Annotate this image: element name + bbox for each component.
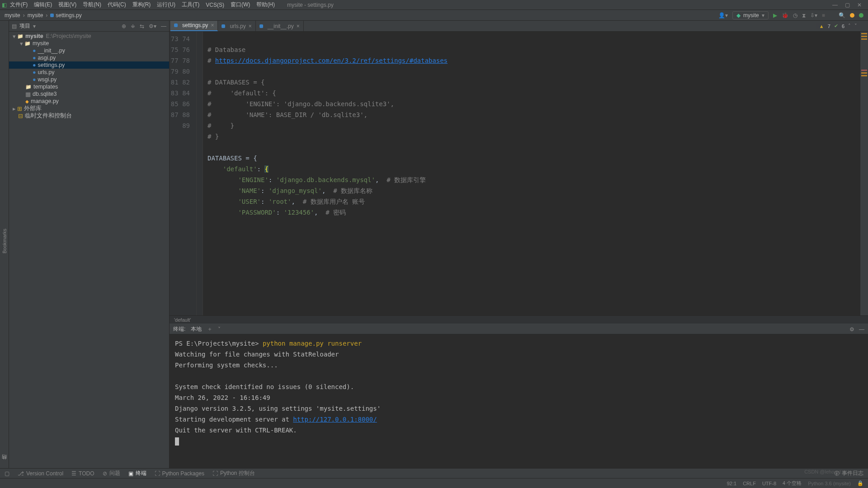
menu-run[interactable]: 运行(U) (154, 1, 179, 9)
tree-file[interactable]: asgi.py (9, 54, 169, 61)
terminal-dropdown[interactable]: ˅ (218, 326, 221, 333)
tree-file[interactable]: wsgi.py (9, 76, 169, 83)
editor-tabs: settings.py × urls.py × __init__.py × (170, 21, 868, 32)
window-title: mysite - settings.py (278, 2, 832, 8)
status-line-separator[interactable]: CRLF (743, 481, 756, 486)
ide-settings-button[interactable] (850, 13, 854, 18)
chevron-up-icon[interactable]: ˄ (848, 23, 851, 29)
terminal-output[interactable]: PS E:\Projects\mysite> python manage.py … (170, 334, 868, 468)
typo-count: 6 (842, 23, 844, 29)
status-interpreter[interactable]: Python 3.6 (mysite) (808, 481, 851, 486)
editor-breadcrumb[interactable]: 'default' (170, 315, 868, 324)
tw-terminal[interactable]: ▣ 终端 (128, 469, 146, 477)
breadcrumb: mysite mysite settings.py (5, 12, 82, 19)
tab-label: settings.py (182, 22, 208, 28)
status-caret-position[interactable]: 92:1 (727, 481, 736, 486)
menu-tools[interactable]: 工具(T) (179, 1, 203, 9)
breadcrumb-pkg[interactable]: mysite (28, 12, 43, 19)
navigation-bar: mysite mysite settings.py 👤▾ ◆ mysite ▾ … (0, 10, 868, 21)
tw-todo[interactable]: ☰ TODO (71, 470, 94, 477)
terminal-panel: 终端: 本地 ＋ ˅ ⚙ — PS E:\Projects\mysite> py… (170, 324, 868, 468)
error-stripe[interactable] (860, 32, 868, 315)
server-url-link[interactable]: http://127.0.0.1:8000/ (293, 416, 377, 423)
add-terminal-button[interactable]: ＋ (207, 325, 212, 333)
menu-vcs[interactable]: VCS(S) (203, 2, 227, 8)
terminal-cursor (175, 437, 179, 446)
chevron-down-icon[interactable]: ˅ (854, 23, 857, 29)
code-editor[interactable]: # Database # https://docs.djangoproject.… (203, 32, 860, 315)
close-tab-icon[interactable]: × (297, 23, 300, 29)
project-panel-icon: ▤ (12, 23, 17, 29)
menu-navigate[interactable]: 导航(N) (80, 1, 104, 9)
stripe-button[interactable]: ▢ (5, 470, 9, 477)
python-file-icon (50, 14, 54, 17)
tree-package[interactable]: mysite (9, 40, 169, 47)
hide-terminal-button[interactable]: — (859, 326, 864, 333)
terminal-tab-local[interactable]: 本地 (191, 325, 202, 333)
status-lock-icon[interactable]: 🔒 (857, 480, 863, 486)
tab-settings[interactable]: settings.py × (170, 21, 218, 31)
minimize-button[interactable]: — (832, 2, 838, 8)
tree-root[interactable]: mysite E:\Projects\mysite (9, 33, 169, 40)
menu-refactor[interactable]: 重构(R) (129, 1, 154, 9)
status-indent[interactable]: 4 个空格 (783, 480, 802, 487)
menu-window[interactable]: 窗口(W) (227, 1, 253, 9)
tree-file[interactable]: manage.py (9, 98, 169, 105)
project-view-dropdown[interactable]: ▾ (33, 23, 36, 29)
bookmarks-tool-button[interactable]: Bookmarks (2, 229, 7, 253)
tree-folder[interactable]: templates (9, 83, 169, 90)
settings-gear-icon[interactable]: ⚙▾ (149, 23, 156, 29)
warning-count: 7 (828, 23, 830, 29)
stop-button[interactable]: ■ (822, 12, 825, 19)
menu-edit[interactable]: 编辑(E) (31, 1, 55, 9)
breadcrumb-file[interactable]: settings.py (50, 12, 81, 19)
hide-panel-button[interactable]: — (161, 23, 166, 29)
run-coverage-button[interactable]: ◷ (793, 12, 797, 19)
run-config-selector[interactable]: ◆ mysite ▾ (732, 11, 769, 19)
close-tab-icon[interactable]: × (211, 22, 214, 28)
maximize-button[interactable]: ▢ (845, 2, 850, 8)
breadcrumb-root[interactable]: mysite (5, 12, 20, 19)
tw-version-control[interactable]: ⎇ Version Control (18, 470, 63, 477)
python-file-icon (174, 23, 178, 27)
menu-help[interactable]: 帮助(H) (253, 1, 278, 9)
profile-button[interactable]: ⧗ (802, 12, 806, 19)
app-icon: ◧ (2, 2, 7, 8)
tree-file[interactable]: urls.py (9, 69, 169, 76)
menu-view[interactable]: 视图(V) (55, 1, 80, 9)
run-button[interactable]: ▶ (773, 12, 777, 19)
django-icon: ◆ (736, 12, 741, 19)
user-icon[interactable]: 👤▾ (718, 12, 728, 19)
close-button[interactable]: ✕ (857, 2, 862, 8)
line-gutter[interactable]: 73 74 75 76 77 78 79 80 81 82 83 84 85 8… (170, 32, 197, 315)
collapse-all-button[interactable]: ⇆ (140, 23, 144, 29)
expand-all-button[interactable]: ≑ (131, 23, 135, 29)
close-tab-icon[interactable]: × (249, 23, 252, 29)
attach-button[interactable]: ⇩▾ (810, 12, 817, 19)
tw-problems[interactable]: ⊘ 问题 (103, 469, 120, 477)
tree-scratches[interactable]: ⊟临时文件和控制台 (9, 112, 169, 119)
status-encoding[interactable]: UTF-8 (762, 481, 776, 486)
tree-file-selected[interactable]: settings.py (9, 61, 169, 69)
menu-file[interactable]: 文件(F) (7, 1, 31, 9)
search-everywhere-button[interactable]: 🔍 (839, 12, 845, 19)
debug-button[interactable]: 🐞 (782, 12, 788, 19)
tree-external-libs[interactable]: ⊞外部库 (9, 105, 169, 112)
tw-python-console[interactable]: ⛶ Python 控制台 (212, 469, 255, 477)
tab-urls[interactable]: urls.py × (218, 21, 255, 31)
tree-db-file[interactable]: db.sqlite3 (9, 90, 169, 98)
terminal-settings-icon[interactable]: ⚙ (849, 326, 854, 333)
select-opened-file-button[interactable]: ⊕ (122, 23, 126, 29)
fold-gutter[interactable] (197, 32, 203, 315)
terminal-title: 终端: (173, 325, 185, 333)
warning-icon: ▲ (819, 23, 824, 29)
tree-file[interactable]: __init__.py (9, 47, 169, 54)
breadcrumb-sep-icon (22, 12, 26, 19)
tab-label: __init__.py (268, 23, 294, 29)
inspection-indicator[interactable]: ▲7 ✔6 ˄ ˅ (816, 23, 860, 29)
tw-python-packages[interactable]: ⛶ Python Packages (155, 470, 204, 477)
menu-code[interactable]: 代码(C) (104, 1, 129, 9)
tab-init[interactable]: __init__.py × (256, 21, 304, 31)
feedback-button[interactable] (859, 13, 863, 18)
project-tree[interactable]: mysite E:\Projects\mysite mysite __init_… (9, 32, 169, 468)
